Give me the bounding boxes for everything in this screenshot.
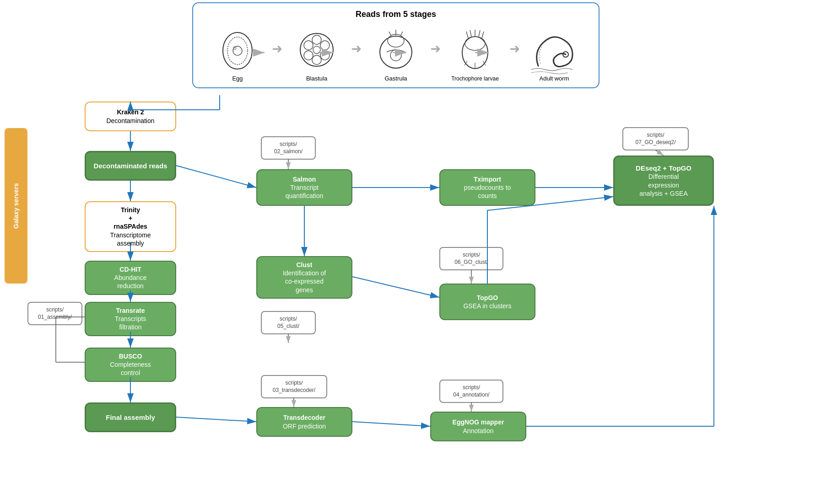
stage-gastrula: Gastrula — [366, 25, 426, 82]
svg-point-10 — [304, 51, 313, 60]
svg-point-12 — [313, 46, 320, 54]
script02-text: scripts/02_salmon/ — [274, 141, 302, 155]
topgo-title: TopGO — [477, 294, 498, 302]
topgo-subtitle: GSEA in clusters — [463, 302, 511, 310]
svg-point-7 — [320, 41, 329, 50]
salmon-box: Salmon Transcriptquantification — [256, 169, 352, 206]
gastrula-icon — [371, 25, 421, 75]
transrate-subtitle: Transcriptsfiltration — [115, 315, 146, 331]
clust-title: Clust — [297, 261, 313, 269]
salmon-subtitle: Transcriptquantification — [286, 183, 324, 200]
decontaminated-title: Decontaminated reads — [94, 161, 167, 171]
stage-blastula: Blastula — [287, 25, 346, 82]
svg-point-9 — [312, 55, 321, 64]
blastula-icon — [292, 25, 342, 75]
trinity-subtitle: Transcriptomeassembly — [110, 231, 151, 247]
busco-box: BUSCO Completenesscontrol — [85, 348, 176, 382]
adultworm-icon — [529, 25, 579, 75]
arrow-2: ➜ — [351, 41, 362, 56]
svg-line-25 — [482, 32, 484, 38]
script01-text: scripts/01_assembly/ — [38, 306, 72, 321]
trochophore-label: Trochophore larvae — [451, 75, 499, 82]
kraken-title: Kraken 2 — [117, 108, 144, 116]
eggnog-subtitle: Annotation — [463, 427, 494, 435]
transdecoder-title: Transdecoder — [283, 413, 325, 422]
deseq2-box: DEseq2 + TopGO Differentialexpressionana… — [613, 155, 714, 206]
arrow-1: ➜ — [272, 41, 282, 56]
arrow-4: ➜ — [509, 41, 520, 56]
final-assembly-title: Final assembly — [106, 413, 155, 422]
script05-text: scripts/05_clust/ — [277, 316, 299, 330]
arrow-3: ➜ — [430, 41, 441, 56]
script07-box: scripts/07_GO_deseq2/ — [622, 127, 689, 150]
clust-subtitle: Identification ofco-expressedgenes — [283, 269, 326, 294]
script03-box: scripts/03_transdecoder/ — [261, 375, 327, 398]
tximport-subtitle: pseudocounts tocounts — [464, 183, 511, 200]
transdecoder-box: Transdecoder ORF prediction — [256, 407, 352, 437]
svg-point-8 — [320, 51, 329, 60]
svg-line-17 — [400, 32, 403, 36]
svg-point-18 — [390, 50, 401, 61]
svg-point-6 — [312, 35, 321, 44]
transrate-title: Transrate — [116, 306, 145, 315]
tximport-box: Tximport pseudocounts tocounts — [439, 169, 535, 206]
transrate-box: Transrate Transcriptsfiltration — [85, 302, 176, 336]
script01-box: scripts/01_assembly/ — [27, 302, 82, 325]
eggnog-box: EggNOG mapper Annotation — [430, 412, 526, 441]
trinity-title: Trinity+rnaSPAdes — [113, 206, 147, 231]
svg-line-48 — [176, 166, 256, 188]
script03-text: scripts/03_transdecoder/ — [273, 380, 315, 394]
stage-trochophore: Trochophore larvae — [445, 25, 505, 82]
svg-line-52 — [352, 277, 439, 297]
svg-point-13 — [380, 36, 412, 68]
galaxy-servers-label: Galaxy servers — [5, 128, 27, 284]
svg-point-20 — [465, 37, 485, 50]
transdecoder-subtitle: ORF prediction — [283, 422, 326, 430]
script06-box: scripts/06_GO_clust/ — [439, 247, 503, 270]
decontaminated-box: Decontaminated reads — [85, 151, 176, 181]
salmon-title: Salmon — [293, 175, 316, 183]
cdhit-title: CD-HIT — [119, 265, 141, 273]
kraken-subtitle: Decontamination — [106, 117, 154, 125]
script04-text: scripts/04_annotation/ — [453, 384, 489, 398]
script06-text: scripts/06_GO_clust/ — [454, 252, 488, 266]
clust-box: Clust Identification ofco-expressedgenes — [256, 256, 352, 299]
script04-box: scripts/04_annotation/ — [439, 380, 503, 403]
stages-container: Reads from 5 stages Egg ➜ — [192, 2, 600, 88]
tximport-title: Tximport — [474, 175, 501, 183]
gastrula-label: Gastrula — [384, 75, 407, 82]
svg-line-49 — [176, 417, 256, 422]
eggnog-title: EggNOG mapper — [453, 418, 504, 426]
svg-point-5 — [300, 33, 333, 66]
trochophore-icon — [450, 25, 500, 75]
stage-egg: Egg — [208, 25, 267, 82]
svg-line-15 — [389, 32, 391, 36]
egg-icon — [212, 25, 263, 75]
deseq2-title: DEseq2 + TopGO — [636, 164, 691, 173]
final-assembly-box: Final assembly — [85, 402, 176, 432]
busco-subtitle: Completenesscontrol — [110, 360, 151, 377]
stages-title: Reads from 5 stages — [351, 9, 441, 20]
svg-line-21 — [466, 32, 468, 38]
svg-line-53 — [352, 422, 430, 426]
egg-label: Egg — [232, 75, 243, 82]
busco-title: BUSCO — [119, 352, 142, 360]
adultworm-label: Adult worm — [539, 75, 569, 82]
stages-row: Egg ➜ Blastula — [208, 25, 584, 82]
svg-line-24 — [479, 30, 480, 37]
script05-box: scripts/05_clust/ — [261, 311, 316, 334]
svg-point-11 — [304, 41, 313, 50]
script07-text: scripts/07_GO_deseq2/ — [635, 132, 675, 146]
cdhit-subtitle: Abundancereduction — [114, 273, 147, 290]
diagram-container: Reads from 5 stages Egg ➜ — [0, 0, 821, 504]
blastula-label: Blastula — [306, 75, 327, 82]
cdhit-box: CD-HIT Abundancereduction — [85, 261, 176, 295]
svg-line-22 — [470, 30, 471, 37]
script02-box: scripts/02_salmon/ — [261, 136, 316, 160]
trinity-box: Trinity+rnaSPAdes Transcriptomeassembly — [85, 201, 176, 252]
deseq2-subtitle: Differentialexpressionanalysis + GSEA — [639, 172, 687, 198]
kraken-box: Kraken 2 Decontamination — [85, 102, 176, 131]
stage-adultworm: Adult worm — [524, 25, 584, 82]
topgo-box: TopGO GSEA in clusters — [439, 284, 535, 320]
svg-line-64 — [655, 150, 664, 155]
